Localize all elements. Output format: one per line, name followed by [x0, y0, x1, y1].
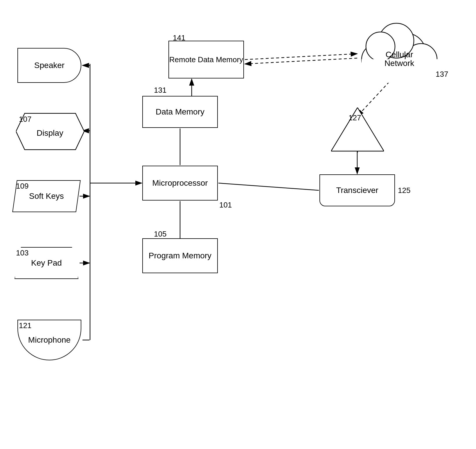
programmemory-label: Program Memory [149, 251, 211, 260]
svg-text:Cellular: Cellular [386, 50, 413, 59]
remotememory-label: Remote Data Memory [169, 55, 243, 64]
ref-131: 131 [154, 86, 166, 95]
ref-105: 105 [154, 230, 166, 239]
ref-109: 109 [16, 182, 28, 191]
transceiver-label: Transciever [336, 186, 378, 195]
ref-121: 121 [19, 321, 31, 330]
softkeys-label: Soft Keys [29, 192, 64, 201]
diagram-container: Speaker Display Soft Keys Key Pad Microp… [0, 0, 476, 449]
svg-line-17 [218, 183, 319, 190]
ref-107: 107 [19, 115, 31, 124]
microprocessor-label: Microprocessor [152, 178, 208, 188]
ref-103: 103 [16, 248, 28, 257]
datamemory-label: Data Memory [156, 107, 204, 117]
keypad-label: Key Pad [31, 258, 62, 268]
ref-127: 127 [349, 113, 361, 122]
ref-125: 125 [398, 186, 410, 195]
ref-137: 137 [436, 70, 448, 79]
speaker-component: Speaker [17, 48, 81, 83]
svg-text:Network: Network [385, 59, 415, 68]
speaker-label: Speaker [34, 61, 64, 70]
transceiver-component: Transciever [319, 174, 395, 206]
microphone-label: Microphone [28, 335, 71, 345]
remotememory-component: Remote Data Memory [168, 41, 244, 78]
cellular-cloud-svg: Cellular Network [351, 17, 450, 84]
microprocessor-component: Microprocessor [142, 166, 218, 201]
datamemory-component: Data Memory [142, 96, 218, 128]
ref-101: 101 [219, 201, 232, 210]
programmemory-component: Program Memory [142, 238, 218, 273]
svg-text:Display: Display [37, 128, 63, 137]
ref-141: 141 [173, 33, 185, 42]
